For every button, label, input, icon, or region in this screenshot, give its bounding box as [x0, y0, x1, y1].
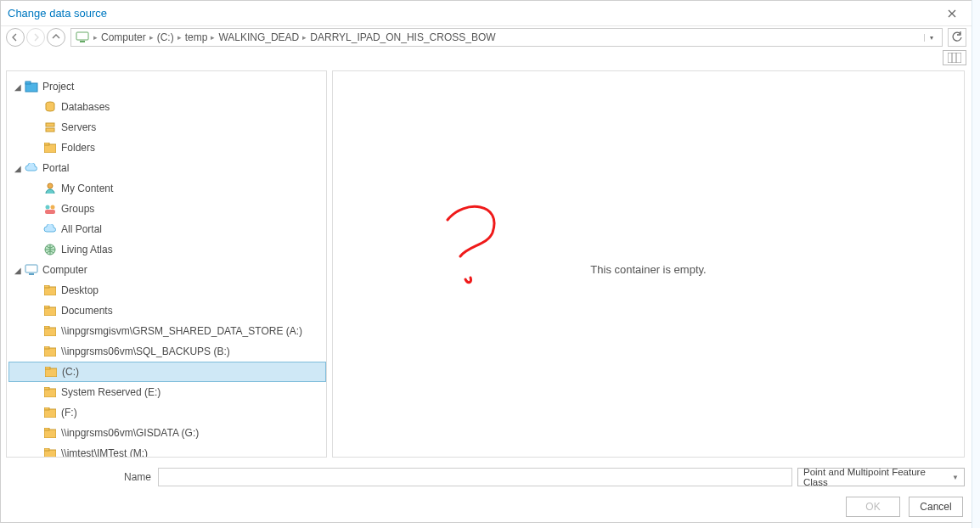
svg-rect-0 [76, 32, 88, 40]
refresh-icon [951, 31, 963, 43]
tree-node-portal[interactable]: ◢ Portal [8, 158, 326, 178]
folder-icon [42, 303, 58, 318]
crumb-walking-dead[interactable]: WALKING_DEAD [218, 31, 299, 43]
tree-label: Documents [61, 305, 113, 317]
expander-icon[interactable]: ◢ [12, 82, 24, 92]
tree-node-folders[interactable]: Folders [8, 138, 326, 158]
folder-icon [42, 323, 58, 339]
cloud-icon [42, 222, 58, 237]
crumb-computer[interactable]: Computer [101, 31, 146, 43]
svg-rect-30 [44, 387, 49, 390]
breadcrumb-dropdown[interactable]: ▾ [924, 34, 938, 42]
main-split: ◢ Project Databases Servers Folders [1, 67, 972, 458]
svg-rect-36 [44, 448, 49, 451]
tree-node-all-portal[interactable]: All Portal [8, 219, 326, 239]
tree-node-drive-c[interactable]: (C:) [8, 362, 326, 382]
chevron-right-icon: ▸ [211, 33, 215, 42]
chevron-right-icon: ▸ [149, 33, 154, 42]
crumb-c[interactable]: (C:) [157, 31, 174, 43]
person-icon [42, 181, 58, 196]
svg-rect-11 [44, 143, 49, 145]
name-input[interactable] [158, 468, 792, 486]
svg-point-14 [51, 205, 55, 210]
svg-rect-20 [44, 285, 49, 288]
folder-icon [42, 344, 58, 359]
folder-icon [42, 283, 58, 298]
back-button[interactable] [6, 28, 25, 47]
expander-icon[interactable]: ◢ [12, 266, 24, 275]
folder-icon [42, 425, 58, 441]
dialog-title: Change data source [8, 7, 939, 20]
titlebar: Change data source [1, 1, 972, 26]
tree-label: Living Atlas [61, 244, 113, 256]
tree-node-desktop[interactable]: Desktop [8, 280, 326, 301]
tree-label: (F:) [61, 407, 77, 418]
content-panel: This container is empty. [332, 70, 965, 458]
page-background [972, 0, 980, 528]
chevron-down-icon: ▼ [952, 474, 959, 481]
forward-button[interactable] [26, 28, 45, 47]
svg-rect-24 [44, 326, 49, 329]
tree-label: System Reserved (E:) [61, 386, 161, 398]
svg-rect-6 [25, 81, 31, 84]
tree-node-drive-g[interactable]: \\inpgrsms06vm\GISDATA (G:) [8, 423, 326, 443]
tree-node-servers[interactable]: Servers [8, 117, 326, 138]
tree-label: Servers [61, 121, 96, 133]
tree-node-my-content[interactable]: My Content [8, 178, 326, 199]
chevron-right-icon: ▸ [302, 33, 307, 42]
svg-rect-32 [44, 407, 49, 410]
svg-rect-9 [46, 128, 54, 132]
tree-label: Databases [61, 101, 110, 113]
change-data-source-dialog: Change data source ▸ Computer ▸ (C:) ▸ t… [0, 0, 972, 523]
tree-label: Computer [42, 264, 87, 276]
tree-label: \\inpgrsms06vm\GISDATA (G:) [61, 427, 199, 439]
button-row: OK Cancel [1, 491, 972, 517]
catalog-tree[interactable]: ◢ Project Databases Servers Folders [7, 71, 326, 457]
breadcrumb-bar[interactable]: ▸ Computer ▸ (C:) ▸ temp ▸ WALKING_DEAD … [70, 28, 943, 47]
tree-label: Desktop [61, 284, 99, 296]
chevron-right-icon: ▸ [93, 33, 98, 42]
tree-label: Groups [61, 203, 94, 215]
computer-crumb-icon [75, 30, 90, 45]
cloud-icon [24, 160, 39, 176]
crumb-darryl[interactable]: DARRYL_IPAD_ON_HIS_CROSS_BOW [310, 31, 495, 43]
refresh-button[interactable] [948, 28, 966, 47]
cancel-button[interactable]: Cancel [909, 497, 963, 517]
tree-label: \\inpgrsmgisvm\GRSM_SHARED_DATA_STORE (A… [61, 325, 302, 337]
svg-point-12 [48, 183, 53, 188]
tree-node-computer[interactable]: ◢ Computer [8, 260, 326, 280]
tree-node-drive-b[interactable]: \\inpgrsms06vm\SQL_BACKUPS (B:) [8, 341, 326, 362]
svg-rect-22 [44, 306, 49, 308]
dialog-footer: Name Point and Multipoint Feature Class … [1, 463, 972, 522]
view-toggle-button[interactable] [943, 50, 966, 65]
tree-label: (C:) [62, 366, 79, 378]
svg-rect-1 [80, 41, 85, 42]
tree-node-databases[interactable]: Databases [8, 97, 326, 117]
svg-rect-18 [29, 273, 34, 275]
svg-rect-15 [45, 210, 55, 214]
up-button[interactable] [47, 28, 65, 47]
annotation-scribble-icon [435, 199, 537, 301]
tree-node-drive-m[interactable]: \\imtest\IMTest (M:) [8, 443, 326, 457]
tree-node-groups[interactable]: Groups [8, 199, 326, 219]
expander-icon[interactable]: ◢ [12, 164, 24, 173]
close-icon [948, 9, 956, 18]
tree-node-living-atlas[interactable]: Living Atlas [8, 239, 326, 260]
ok-button[interactable]: OK [846, 497, 900, 517]
type-dropdown[interactable]: Point and Multipoint Feature Class ▼ [797, 468, 965, 486]
svg-rect-34 [44, 428, 49, 430]
name-label: Name [1, 471, 158, 483]
tree-node-documents[interactable]: Documents [8, 301, 326, 321]
tree-label: \\inpgrsms06vm\SQL_BACKUPS (B:) [61, 345, 230, 357]
crumb-temp[interactable]: temp [185, 31, 208, 43]
folder-icon [42, 446, 58, 457]
tree-node-project[interactable]: ◢ Project [8, 76, 326, 97]
tree-node-drive-e[interactable]: System Reserved (E:) [8, 382, 326, 402]
atlas-icon [42, 242, 58, 257]
close-button[interactable] [939, 1, 965, 26]
tree-label: Portal [42, 162, 69, 174]
tree-panel: ◢ Project Databases Servers Folders [6, 70, 327, 458]
tree-node-drive-a[interactable]: \\inpgrsmgisvm\GRSM_SHARED_DATA_STORE (A… [8, 321, 326, 341]
group-icon [42, 201, 58, 216]
tree-node-drive-f[interactable]: (F:) [8, 402, 326, 423]
